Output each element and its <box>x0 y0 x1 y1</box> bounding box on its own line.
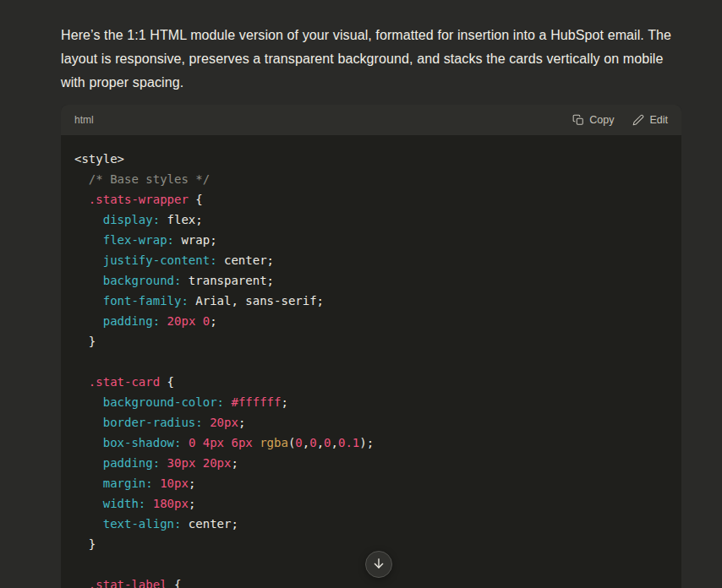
code-line: padding: 30px 20px; <box>74 453 668 473</box>
copy-button[interactable]: Copy <box>572 114 614 126</box>
code-line: .stat-card { <box>74 372 668 392</box>
code-line: padding: 20px 0; <box>74 311 668 331</box>
code-line: .stats-wrapper { <box>74 189 668 210</box>
code-content[interactable]: <style> /* Base styles */ .stats-wrapper… <box>61 135 681 588</box>
code-line: <style> <box>74 149 668 169</box>
code-block-actions: Copy Edit <box>572 114 668 126</box>
code-line: /* Base styles */ <box>74 169 668 189</box>
code-line: margin: 10px; <box>74 473 668 493</box>
copy-icon <box>572 114 584 126</box>
assistant-message-text: Here’s the 1:1 HTML module version of yo… <box>61 24 681 95</box>
code-line: box-shadow: 0 4px 6px rgba(0,0,0,0.1); <box>74 433 668 453</box>
code-line: justify-content: center; <box>74 250 668 270</box>
code-line: flex-wrap: wrap; <box>74 230 668 250</box>
pencil-icon <box>632 114 644 126</box>
copy-button-label: Copy <box>589 114 614 126</box>
code-line: width: 180px; <box>74 493 668 514</box>
code-line: font-family: Arial, sans-serif; <box>74 291 668 311</box>
code-line <box>74 351 668 372</box>
code-block-header: html Copy <box>61 105 681 135</box>
code-line: border-radius: 20px; <box>74 412 668 433</box>
code-block: html Copy <box>61 105 681 588</box>
code-line: background: transparent; <box>74 270 668 291</box>
code-language-label: html <box>74 114 94 126</box>
code-line: text-align: center; <box>74 514 668 534</box>
scroll-to-bottom-button[interactable] <box>365 551 392 578</box>
code-line: .stat-label { <box>74 574 668 588</box>
code-line: } <box>74 534 668 554</box>
edit-button-label: Edit <box>649 114 668 126</box>
arrow-down-icon <box>372 557 386 573</box>
chat-page: Here’s the 1:1 HTML module version of yo… <box>0 0 722 588</box>
chat-message-column: Here’s the 1:1 HTML module version of yo… <box>61 24 681 588</box>
code-line: display: flex; <box>74 210 668 230</box>
code-line: background-color: #ffffff; <box>74 392 668 412</box>
code-line: } <box>74 331 668 351</box>
edit-button[interactable]: Edit <box>632 114 668 126</box>
